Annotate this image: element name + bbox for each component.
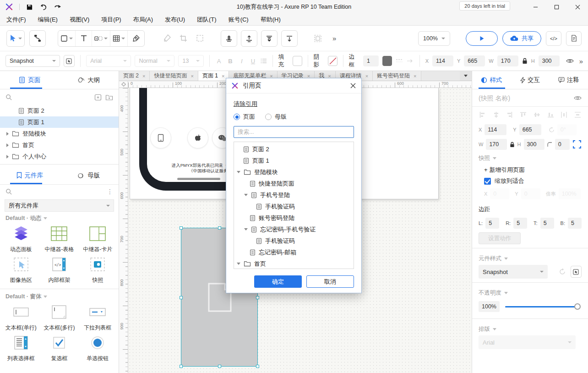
slider-knob[interactable]	[574, 303, 581, 310]
library-filter-select[interactable]: 所有元件库	[5, 199, 114, 212]
section-default-dynamic[interactable]: Default · 动态	[0, 213, 119, 224]
menu-view[interactable]: 视图(V)	[70, 16, 89, 24]
tab-interaction[interactable]: 交互	[511, 71, 549, 89]
canvas-tab[interactable]: 账号密码登陆×	[373, 71, 421, 81]
tab-outline[interactable]: 大纲	[60, 71, 119, 89]
trial-badge[interactable]: 20 days left in trial	[459, 1, 510, 11]
canvas-tab-active[interactable]: 页面 1×	[198, 71, 229, 81]
menu-team[interactable]: 团队(T)	[197, 16, 217, 24]
menu-arrange[interactable]: 布局(A)	[133, 16, 153, 24]
tab-notes[interactable]: 注释	[550, 71, 588, 89]
login-option-apple[interactable]	[187, 127, 208, 148]
margin-right-field[interactable]: 5	[513, 218, 527, 229]
text-tool-button[interactable]	[76, 31, 92, 46]
close-icon[interactable]: ×	[222, 73, 224, 79]
add-reference-page-link[interactable]: + 新增引用页面	[472, 165, 588, 176]
label-tool-button[interactable]: T	[92, 31, 110, 46]
add-folder-icon[interactable]	[105, 94, 113, 101]
y-field[interactable]: 665	[519, 124, 541, 135]
component-radio-button[interactable]: 单选按钮	[78, 334, 117, 362]
component-droplist[interactable]: 下拉列表框	[78, 303, 117, 332]
pages-search-icon[interactable]	[5, 94, 12, 101]
library-menu-kebab-icon[interactable]: ⋮	[107, 188, 113, 195]
section-typography[interactable]: 排版	[472, 323, 588, 335]
tree-item[interactable]: 账号密码登陆	[234, 212, 354, 224]
close-button[interactable]	[567, 0, 588, 14]
spec-doc-button[interactable]	[566, 31, 582, 46]
menu-file[interactable]: 文件(F)	[6, 16, 26, 24]
add-page-icon[interactable]	[94, 94, 102, 101]
margin-bottom-field[interactable]: 5	[568, 218, 582, 229]
style-picker-button[interactable]	[571, 266, 582, 278]
toolbar-overflow-button[interactable]: »	[332, 34, 336, 42]
x-field[interactable]: 114	[432, 55, 453, 66]
share-button[interactable]: 共享	[502, 31, 541, 46]
tree-item[interactable]: 忘记密码-手机号验证	[234, 224, 354, 235]
radius-field[interactable]: 0	[555, 139, 570, 150]
resize-handle[interactable]	[218, 226, 221, 230]
x-field[interactable]: 114	[485, 124, 506, 135]
border-width-field[interactable]: 1	[363, 55, 379, 66]
close-icon[interactable]: ×	[142, 73, 145, 79]
redo-icon[interactable]	[54, 4, 61, 11]
sidebar-page-item-selected[interactable]: 页面 1	[0, 116, 119, 128]
component-listbox[interactable]: 列表选择框	[2, 334, 40, 362]
preview-button[interactable]	[466, 31, 498, 46]
tree-item[interactable]: 手机号登陆	[234, 189, 354, 201]
component-textbox-single[interactable]: 文本框(单行)	[2, 303, 40, 332]
widget-style-select[interactable]: Snapshot	[5, 55, 60, 67]
close-icon[interactable]: ×	[365, 73, 368, 79]
send-to-back-button[interactable]	[241, 30, 257, 47]
resize-handle[interactable]	[218, 365, 221, 368]
canvas-tab[interactable]: 页面 2×	[119, 71, 150, 81]
save-icon[interactable]	[26, 4, 33, 11]
library-search-icon[interactable]	[5, 188, 12, 195]
radio-page[interactable]: 页面	[234, 113, 255, 121]
code-view-button[interactable]: </>	[546, 31, 561, 46]
chevron-right-icon[interactable]	[6, 143, 9, 147]
h-field[interactable]: 300	[524, 139, 544, 150]
radio-master[interactable]: 母版	[265, 113, 287, 121]
tree-item[interactable]: 快捷登陆页面	[234, 178, 354, 189]
section-default-forms[interactable]: Default · 窗体	[0, 291, 119, 302]
dialog-search-input[interactable]	[234, 126, 354, 138]
resize-handle[interactable]	[256, 365, 259, 368]
tree-item-folder[interactable]: 登陆模块	[234, 166, 354, 178]
chevron-right-icon[interactable]	[6, 155, 9, 159]
sidebar-page-item[interactable]: 页面 2	[0, 105, 119, 116]
close-icon[interactable]: ×	[414, 73, 416, 79]
shadow-swatch[interactable]	[328, 56, 338, 66]
component-snapshot[interactable]: 快照	[78, 255, 117, 284]
cancel-button[interactable]: 取消	[306, 275, 354, 288]
sidebar-folder-item[interactable]: 个人中心	[0, 151, 119, 162]
chevron-right-icon[interactable]	[6, 132, 9, 136]
tree-item[interactable]: 手机验证码	[234, 235, 354, 247]
ok-button[interactable]: 确定	[254, 275, 302, 288]
tree-item[interactable]: 忘记密码-邮箱	[234, 247, 354, 258]
w-field[interactable]: 170	[486, 139, 506, 150]
style-picker-button[interactable]	[64, 55, 75, 67]
undo-icon[interactable]	[39, 4, 47, 11]
close-icon[interactable]: ×	[191, 73, 193, 79]
chevron-down-icon[interactable]	[237, 263, 240, 265]
section-snapshot[interactable]: 快照	[472, 152, 588, 165]
bring-to-front-button[interactable]	[221, 30, 237, 47]
menu-project[interactable]: 项目(P)	[101, 16, 121, 24]
visibility-eye-icon[interactable]	[566, 58, 574, 64]
widget-style-select[interactable]: Snapshot	[479, 265, 548, 279]
clear-reference-link[interactable]: 清除引用	[234, 100, 257, 108]
resize-handle[interactable]	[180, 365, 183, 368]
chevron-down-icon[interactable]	[237, 171, 240, 173]
chevron-down-icon[interactable]	[244, 194, 248, 196]
eye-icon[interactable]	[574, 95, 582, 101]
fill-swatch[interactable]	[293, 56, 302, 66]
sidebar-folder-item[interactable]: 登陆模块	[0, 128, 119, 139]
resize-handle[interactable]	[180, 296, 183, 299]
component-textbox-multi[interactable]: 文本框(多行)	[40, 303, 79, 332]
margin-top-field[interactable]: 5	[540, 218, 554, 229]
component-repeater-card[interactable]: 中继器-卡片	[78, 225, 117, 253]
pen-tool-button[interactable]	[128, 31, 144, 46]
lock-ratio-icon[interactable]	[522, 58, 528, 64]
send-backward-button[interactable]	[281, 30, 298, 47]
resize-handle[interactable]	[180, 226, 183, 230]
